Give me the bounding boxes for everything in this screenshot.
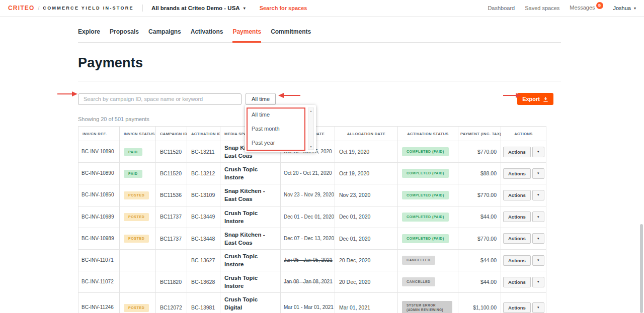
scroll-down-icon[interactable]: ▾ (310, 145, 311, 148)
nav-saved-spaces[interactable]: Saved spaces (525, 5, 559, 11)
brand-selector[interactable]: All brands at Criteo Demo - USA ▾ (151, 5, 246, 11)
allocation-date: Oct 19, 2020 (335, 163, 398, 184)
invcn-status-badge: POSTED (124, 191, 149, 199)
media-space: Crush Topic Instore (220, 249, 281, 271)
column-header-payment: PAYMENT (INC. TAX) (458, 127, 501, 141)
activation-id: BC-13981 (187, 293, 220, 313)
media-space: Crush Topic Instore (220, 206, 281, 228)
actions-button[interactable]: Actions (503, 147, 531, 157)
activation-id: BC-13211 (187, 141, 220, 163)
campaign-date: Dec 01 - Dec 01, 2020 (284, 214, 334, 220)
search-input[interactable] (78, 93, 242, 105)
actions-chevron-button[interactable]: ▾ (532, 302, 544, 313)
payment-amount: $44.00 (458, 271, 501, 293)
actions-chevron-button[interactable]: ▾ (532, 190, 544, 200)
activation-id: BC-13109 (187, 184, 220, 206)
actions-button-group: Actions ▾ (503, 147, 544, 157)
actions-chevron-button[interactable]: ▾ (532, 168, 544, 179)
campaign-date: Jan 08 - Jan 08, 2021 (284, 279, 333, 284)
topbar: CRITEO / COMMERCE YIELD IN-STORE All bra… (0, 0, 644, 17)
topbar-divider (142, 5, 143, 12)
time-filter-button[interactable]: All time (246, 93, 276, 105)
actions-chevron-button[interactable]: ▾ (532, 255, 544, 266)
chevron-down-icon: ▾ (537, 258, 539, 262)
tab-activations[interactable]: Activations (191, 28, 223, 42)
chevron-down-icon: ▾ (537, 237, 539, 241)
nav-dashboard[interactable]: Dashboard (488, 5, 515, 11)
chevron-down-icon: ▾ (537, 215, 539, 219)
actions-button[interactable]: Actions (503, 168, 531, 179)
time-filter-dropdown: All time Past month Past year ▴ ▾ (245, 105, 316, 152)
page-scrollbar[interactable] (640, 224, 643, 313)
payment-amount: $770.00 (458, 184, 501, 206)
campaign-id: BC11520 (156, 141, 187, 163)
search-for-spaces-link[interactable]: Search for spaces (260, 5, 307, 11)
table-row: BC-INV-11072 BC11820 BC-13628 Crush Topi… (78, 271, 546, 293)
actions-button-group: Actions ▾ (503, 255, 544, 266)
topbar-nav: Dashboard Saved spaces Messages9 Joshua … (488, 5, 636, 12)
column-header-invcn-ref: INV/CN REF. (78, 127, 120, 141)
criteo-logo: CRITEO (8, 5, 35, 12)
payments-table: INV/CN REF. INV/CN STATUS CAMPAIGN ID AC… (78, 126, 546, 313)
allocation-date: Oct 19, 2020 (335, 141, 398, 163)
actions-button[interactable]: Actions (503, 302, 531, 313)
allocation-date: Nov 23, 2020 (335, 184, 398, 206)
column-header-actions: ACTIONS (501, 127, 546, 141)
campaign-id: BC11520 (156, 163, 187, 184)
activation-id: BC-13628 (187, 271, 220, 293)
scroll-up-icon[interactable]: ▴ (310, 109, 311, 113)
dropdown-scrollbar[interactable]: ▴ ▾ (308, 108, 314, 150)
actions-chevron-button[interactable]: ▾ (532, 147, 544, 157)
tab-payments[interactable]: Payments (232, 28, 261, 42)
chevron-down-icon: ▾ (634, 6, 636, 11)
activation-id: BC-13448 (187, 228, 220, 249)
actions-button-group: Actions ▾ (503, 277, 544, 287)
actions-button[interactable]: Actions (503, 190, 531, 200)
activation-status-badge: COMPLETED (PAID) (402, 191, 449, 200)
payment-amount: $44.00 (458, 206, 501, 228)
divider (78, 81, 561, 81)
chevron-down-icon: ▾ (537, 305, 539, 309)
actions-chevron-button[interactable]: ▾ (532, 277, 544, 287)
actions-chevron-button[interactable]: ▾ (532, 212, 544, 222)
page-title: Payments (78, 55, 561, 71)
media-space: Crush Topic Instore (220, 163, 281, 184)
chevron-down-icon: ▾ (537, 193, 539, 197)
invcn-ref: BC-INV-10989 (78, 228, 120, 249)
nav-messages[interactable]: Messages9 (570, 5, 603, 12)
actions-button-group: Actions ▾ (503, 302, 544, 313)
tab-commitments[interactable]: Commitments (271, 28, 311, 42)
activation-status-badge: COMPLETED (PAID) (402, 234, 449, 243)
download-icon (543, 96, 548, 102)
tab-explore[interactable]: Explore (78, 28, 100, 42)
actions-button[interactable]: Actions (503, 212, 531, 222)
toolbar: All time Export (78, 93, 561, 105)
activation-id: BC-13212 (187, 163, 220, 184)
time-option-past-month[interactable]: Past month (245, 122, 316, 136)
main-content: Explore Proposals Campaigns Activations … (78, 17, 561, 313)
tab-proposals[interactable]: Proposals (110, 28, 139, 42)
actions-button[interactable]: Actions (503, 233, 531, 244)
invcn-ref: BC-INV-10890 (78, 163, 120, 184)
export-label: Export (522, 96, 540, 102)
user-menu[interactable]: Joshua ▾ (613, 5, 636, 11)
campaign-date: Jan 05 - Jan 05, 2021 (284, 257, 333, 263)
invcn-ref: BC-INV-11072 (78, 271, 120, 293)
actions-button[interactable]: Actions (503, 255, 531, 266)
payment-amount: $1,100.00 (458, 293, 501, 313)
campaign-date: Dec 07 - Dec 13, 2020 (284, 236, 334, 241)
export-button[interactable]: Export (517, 93, 553, 105)
campaign-id: BC11737 (156, 206, 187, 228)
activation-status-badge: CANCELLED (402, 256, 435, 265)
invcn-ref: BC-INV-10850 (78, 184, 120, 206)
actions-button[interactable]: Actions (503, 277, 531, 287)
product-name: COMMERCE YIELD IN-STORE (43, 6, 134, 11)
activation-status-badge: COMPLETED (PAID) (402, 169, 449, 178)
time-option-past-year[interactable]: Past year (245, 136, 316, 150)
actions-chevron-button[interactable]: ▾ (532, 233, 544, 244)
payment-amount: $770.00 (458, 228, 501, 249)
column-header-invcn-status: INV/CN STATUS (120, 127, 156, 141)
time-option-all-time[interactable]: All time (245, 108, 316, 122)
tab-campaigns[interactable]: Campaigns (148, 28, 181, 42)
invcn-ref: BC-INV-10890 (78, 141, 120, 163)
